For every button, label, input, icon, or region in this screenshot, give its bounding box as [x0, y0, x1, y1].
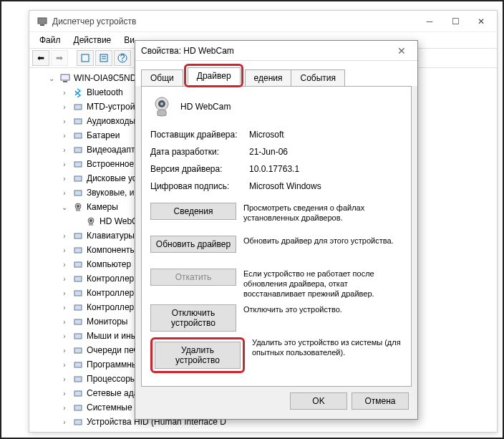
expand-icon[interactable]: › [59, 418, 69, 426]
expand-icon[interactable]: › [59, 404, 69, 412]
svg-point-39 [160, 102, 163, 105]
webcam-icon [150, 95, 173, 118]
expand-icon[interactable]: › [59, 361, 69, 369]
expand-icon[interactable]: › [59, 117, 69, 125]
help-button[interactable]: ? [114, 50, 131, 66]
computer-icon [59, 72, 71, 84]
minimize-button[interactable]: ─ [417, 11, 442, 32]
expand-icon[interactable]: › [59, 261, 69, 269]
expand-icon[interactable]: › [59, 132, 69, 140]
highlight-uninstall: Удалить устройство [150, 337, 245, 373]
disable-desc: Отключить это устройство. [243, 304, 402, 314]
expand-icon[interactable]: › [59, 375, 69, 383]
window-title: Диспетчер устройств [52, 16, 417, 26]
svg-rect-24 [74, 248, 82, 253]
svg-rect-11 [74, 119, 82, 124]
device-icon [72, 173, 84, 184]
update-driver-button[interactable]: Обновить драйвер [150, 236, 236, 253]
svg-rect-30 [74, 334, 82, 339]
expand-icon[interactable]: › [59, 160, 69, 168]
expand-icon[interactable]: › [59, 232, 69, 240]
tab-general[interactable]: Общи [141, 69, 183, 86]
tab-strip: Общи Драйвер едения События [135, 61, 417, 86]
disable-device-button[interactable]: Отключить устройство [150, 304, 236, 332]
expand-icon[interactable]: ⌄ [47, 74, 57, 82]
expand-icon[interactable]: › [59, 146, 69, 154]
expand-icon[interactable]: › [59, 189, 69, 197]
rollback-button: Откатить [150, 269, 236, 286]
titlebar[interactable]: Диспетчер устройств ─ ☐ ✕ [29, 11, 497, 32]
svg-rect-34 [74, 391, 82, 396]
device-icon [72, 115, 84, 127]
tab-details[interactable]: едения [245, 69, 292, 86]
tree-label: Bluetooth [87, 87, 123, 97]
expand-icon[interactable]: › [59, 246, 69, 254]
tree-label: Клавиатуры [87, 231, 135, 241]
device-icon [72, 201, 84, 213]
driver-info: Поставщик драйвера: Microsoft Дата разра… [150, 130, 402, 191]
svg-rect-25 [74, 262, 82, 267]
svg-rect-12 [74, 133, 82, 138]
svg-rect-13 [74, 148, 82, 153]
row-details: Сведения Просмотреть сведения о файлах у… [150, 203, 402, 230]
svg-rect-9 [63, 81, 67, 82]
device-icon [72, 230, 84, 241]
close-button[interactable]: ✕ [468, 11, 494, 32]
device-icon [72, 144, 84, 155]
details-button[interactable]: Сведения [150, 203, 236, 220]
version-label: Версия драйвера: [150, 164, 243, 174]
expand-icon[interactable]: › [59, 103, 69, 111]
svg-rect-29 [74, 319, 82, 324]
tree-label: Компьютер [87, 259, 131, 269]
expand-icon[interactable]: › [59, 304, 69, 312]
expand-icon[interactable]: › [59, 275, 69, 283]
tree-label: Звуковые, игр [87, 188, 142, 198]
svg-rect-14 [74, 162, 82, 167]
provider-value: Microsoft [249, 130, 402, 140]
svg-rect-19 [76, 209, 80, 211]
device-icon [72, 301, 84, 313]
properties-dialog: Свойства: HD WebCam ✕ Общи Драйвер едени… [135, 40, 418, 420]
svg-rect-35 [74, 405, 82, 410]
device-icon [72, 287, 84, 299]
uninstall-device-button[interactable]: Удалить устройство [155, 342, 241, 369]
tree-label: Батареи [87, 130, 120, 140]
dialog-footer: OK Отмена [135, 387, 417, 415]
svg-rect-26 [74, 276, 82, 281]
dialog-title: Свойства: HD WebCam [141, 46, 392, 56]
svg-rect-23 [74, 233, 82, 238]
expand-icon[interactable]: › [59, 318, 69, 326]
tree-label: Дисковые уст [87, 173, 140, 183]
svg-rect-31 [74, 348, 82, 353]
device-icon [72, 259, 84, 270]
dialog-titlebar[interactable]: Свойства: HD WebCam ✕ [135, 41, 417, 61]
date-label: Дата разработки: [150, 147, 243, 157]
expand-icon[interactable]: › [59, 289, 69, 297]
back-button[interactable]: ⬅ [32, 50, 49, 66]
tab-driver[interactable]: Драйвер [188, 67, 241, 84]
menu-action[interactable]: Действие [68, 34, 117, 47]
row-update: Обновить драйвер Обновить драйвер для эт… [150, 236, 402, 263]
show-hidden-button[interactable] [77, 50, 94, 66]
forward-button[interactable]: ➡ [51, 50, 68, 66]
properties-button[interactable] [95, 50, 112, 66]
expand-icon[interactable]: › [59, 347, 69, 354]
cancel-button[interactable]: Отмена [352, 392, 409, 410]
expand-icon[interactable]: ⌄ [59, 203, 69, 211]
device-name: HD WebCam [180, 102, 231, 112]
expand-icon[interactable]: › [59, 89, 69, 97]
menu-file[interactable]: Файл [34, 34, 67, 47]
maximize-button[interactable]: ☐ [442, 11, 468, 32]
device-icon [72, 359, 84, 370]
ok-button[interactable]: OK [290, 392, 347, 410]
svg-text:?: ? [120, 53, 125, 63]
tab-events[interactable]: События [291, 69, 345, 86]
uninstall-desc: Удалить это устройство из системы (для о… [252, 337, 402, 357]
expand-icon[interactable]: › [59, 332, 69, 340]
expand-icon[interactable]: › [59, 175, 69, 183]
rollback-desc: Если устройство не работает после обновл… [243, 269, 402, 299]
device-icon [72, 316, 84, 327]
update-desc: Обновить драйвер для этого устройства. [243, 236, 402, 246]
expand-icon[interactable]: › [59, 390, 69, 397]
dialog-close-button[interactable]: ✕ [392, 45, 412, 57]
